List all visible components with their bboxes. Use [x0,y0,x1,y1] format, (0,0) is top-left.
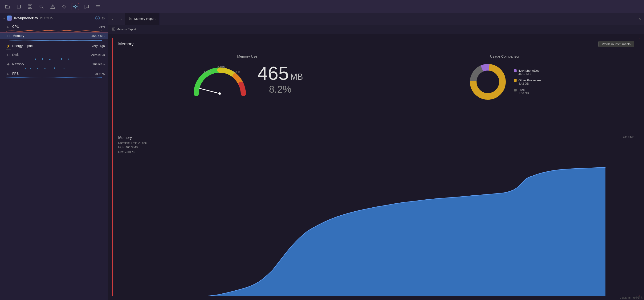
gauge-mb-unit: MB [290,73,303,81]
tab-bar: ‹ › Memory Report × [108,13,644,25]
app-pid: PID 29822 [40,16,54,20]
legend-other-value: 3.42 GB [518,82,541,85]
tab-nav-forward[interactable]: › [117,13,125,25]
svg-rect-18 [35,59,36,60]
svg-rect-23 [25,68,26,69]
svg-rect-29 [129,17,132,20]
usage-comparison-section: Usage Comparison [376,52,634,127]
svg-line-6 [42,7,43,8]
gauge-mb-number: 465 [258,64,289,83]
svg-point-46 [477,71,499,93]
toolbar-stop-icon[interactable] [15,3,22,10]
memory-use-title: Memory Use [237,54,257,58]
app-info-buttons: i ⚙ [96,16,105,20]
svg-rect-2 [30,5,32,6]
chart-title: Memory [118,136,146,140]
toolbar-search-icon[interactable] [38,3,45,10]
legend-free-name: Free [518,88,529,92]
svg-point-9 [74,6,76,7]
svg-rect-28 [64,68,64,69]
network-label: Network [12,62,90,66]
chart-area: 0s 184s [118,157,634,296]
toolbar-folder-icon[interactable] [4,3,11,10]
breadcrumb-icon [112,27,115,31]
donut-wrapper [469,63,507,101]
usage-comparison-title: Usage Comparison [490,54,520,58]
fps-value: 25 FPS [95,72,105,75]
app-icon [7,15,12,21]
svg-rect-22 [68,59,69,60]
memory-panel: Memory Profile in Instruments Memory Use [112,38,640,296]
disk-value: Zero KB/s [91,53,105,57]
gauge-container: 0GB 1.4GB 2.8GB 4.2GB 5.5GB 465MB [192,63,303,96]
chart-header: Memory Duration: 1 min 28 sec High: 466.… [118,136,634,154]
gauge-wrapper: 0GB 1.4GB 2.8GB 4.2GB 5.5GB [192,63,248,96]
settings-icon[interactable]: ⚙ [102,16,105,20]
sidebar-item-network[interactable]: ⊕ Network 168 KB/s [0,61,108,67]
fps-icon: □ [6,72,10,75]
svg-rect-21 [61,58,62,60]
right-panel: ‹ › Memory Report × [108,13,644,300]
sidebar: ▾ live4iphoneDev PID 29822 i ⚙ □ CPU 26%… [0,13,108,300]
toolbar-warning-icon[interactable] [49,3,56,10]
disk-bar-squiggle [6,58,102,60]
chart-max-label: 466.3 MB [623,136,634,139]
toolbar-debug-icon[interactable] [72,3,79,10]
svg-rect-3 [28,7,30,8]
top-toolbar [0,0,644,13]
legend-free-value: 1.66 GB [518,92,529,95]
toolbar-list-icon[interactable] [94,3,102,10]
panel-title: Memory [118,42,134,47]
tab-memory-icon [129,17,132,21]
tab-nav-back[interactable]: ‹ [108,13,117,25]
legend-app: live4iphoneDev 465.7 MB [514,69,541,76]
svg-point-36 [218,92,221,95]
svg-rect-32 [112,28,115,30]
toolbar-diamond-icon[interactable] [60,3,68,10]
toolbar-grid-icon[interactable] [26,3,34,10]
svg-line-35 [200,88,220,94]
legend-free-color [514,89,516,91]
network-bar-squiggle [6,67,102,69]
tab-close-button[interactable]: × [636,13,644,25]
sidebar-app-row[interactable]: ▾ live4iphoneDev PID 29822 i ⚙ [0,13,108,23]
profile-instruments-button[interactable]: Profile in Instruments [598,41,634,47]
svg-rect-4 [30,7,32,8]
sidebar-item-fps[interactable]: □ FPS 25 FPS [0,70,108,77]
sidebar-item-cpu[interactable]: □ CPU 26% [0,23,108,30]
memory-value: 465.7 MB [92,34,104,38]
svg-text:4.2GB: 4.2GB [233,71,240,73]
energy-label: Energy Impact [12,44,90,48]
svg-text:2.8GB: 2.8GB [218,66,225,69]
svg-rect-19 [42,58,43,60]
sidebar-item-disk[interactable]: ⊖ Disk Zero KB/s [0,51,108,58]
svg-rect-1 [28,5,30,6]
donut-container: live4iphoneDev 465.7 MB Other Processes … [469,63,541,101]
tab-memory-report[interactable]: Memory Report [125,13,160,25]
svg-rect-25 [37,68,38,69]
panel-bottom: Memory Duration: 1 min 28 sec High: 466.… [112,132,640,296]
svg-rect-27 [54,67,55,69]
svg-text:1.4GB: 1.4GB [204,71,211,73]
svg-rect-26 [44,68,46,69]
cpu-label: CPU [12,25,97,28]
donut-legend: live4iphoneDev 465.7 MB Other Processes … [514,69,541,95]
toolbar-chat-icon[interactable] [83,3,90,10]
network-icon: ⊕ [6,63,10,66]
svg-text:0GB: 0GB [195,95,200,96]
legend-app-color [514,69,516,72]
breadcrumb-text: Memory Report [116,28,136,31]
legend-app-name: live4iphoneDev [518,69,540,72]
info-icon[interactable]: i [96,16,100,20]
cpu-value: 26% [99,25,105,28]
svg-rect-20 [49,59,50,60]
sidebar-item-energy[interactable]: ⚡ Energy Impact Very High [0,43,108,49]
svg-rect-24 [30,68,31,69]
watermark: CSDN @IT女奏是宅 [620,296,643,300]
cpu-bar-squiggle [6,30,102,32]
panel-top: Memory Use [112,47,640,132]
chevron-down-icon: ▾ [3,16,5,20]
svg-rect-0 [17,5,20,8]
legend-free: Free 1.66 GB [514,88,541,95]
sidebar-item-memory[interactable]: □ Memory 465.7 MB [0,32,108,39]
